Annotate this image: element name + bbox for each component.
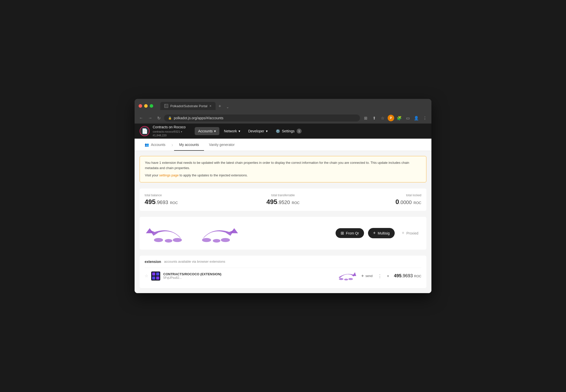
tab-my-accounts[interactable]: My accounts bbox=[174, 139, 204, 151]
browser-titlebar: ⬛ Polkadot/Substrate Portal × + ⌄ bbox=[135, 99, 431, 112]
browser-tabs: ⬛ Polkadot/Substrate Portal × + ⌄ bbox=[160, 102, 231, 110]
svg-point-4 bbox=[202, 238, 211, 242]
account-dropdown-button[interactable]: ▾ bbox=[387, 274, 389, 278]
total-locked-dec: .0000 bbox=[399, 200, 412, 205]
favorite-star-icon[interactable]: ☆ bbox=[145, 273, 148, 278]
svg-point-1 bbox=[165, 239, 172, 243]
multisig-button[interactable]: + Multisig bbox=[368, 228, 395, 238]
browser-tab-active[interactable]: ⬛ Polkadot/Substrate Portal × bbox=[160, 102, 216, 110]
close-window-button[interactable] bbox=[139, 104, 142, 108]
total-transferrable-label: total transferrable bbox=[238, 193, 327, 197]
translate-icon[interactable]: ⊞ bbox=[362, 114, 369, 122]
account-info: CONTRACTS/ROCOCO (EXTENSION) 5FqUPsu82..… bbox=[163, 272, 333, 280]
qr-icon: ⊞ bbox=[341, 231, 344, 236]
from-qr-button[interactable]: ⊞ From Qr bbox=[336, 228, 364, 238]
total-balance-int: 495 bbox=[145, 198, 155, 206]
multisig-label: Multisig bbox=[378, 231, 390, 235]
warning-banner: You have 1 extension that needs to be up… bbox=[140, 156, 426, 182]
proxied-button[interactable]: + Proxied bbox=[399, 228, 421, 238]
action-area: ⊞ From Qr + Multisig + Proxied bbox=[140, 217, 426, 250]
extension-label: extension bbox=[145, 260, 161, 264]
settings-page-link[interactable]: settings page bbox=[159, 173, 179, 177]
user-icon[interactable]: 👤 bbox=[413, 114, 420, 122]
svg-point-5 bbox=[213, 239, 220, 243]
settings-badge: 1 bbox=[297, 129, 302, 134]
nav-settings-label: Settings bbox=[282, 129, 295, 133]
extension-sublabel: accounts available via browser extension… bbox=[164, 260, 225, 263]
nav-settings[interactable]: ⚙️ Settings 1 bbox=[272, 127, 305, 136]
app-header: 📄 Contracts on Rococo contracts-rococo/9… bbox=[135, 124, 431, 139]
svg-rect-12 bbox=[156, 277, 159, 280]
browser-controls: ⬛ Polkadot/Substrate Portal × + ⌄ bbox=[139, 102, 427, 110]
more-options-button[interactable]: ⋮ bbox=[421, 114, 428, 122]
svg-rect-11 bbox=[152, 277, 155, 280]
chain-dropdown-icon[interactable]: ▾ bbox=[181, 130, 182, 133]
profile-icon[interactable]: P bbox=[388, 115, 394, 121]
tab-expand-button[interactable]: ⌄ bbox=[224, 104, 231, 110]
proxied-plus-icon: + bbox=[402, 230, 405, 236]
maximize-window-button[interactable] bbox=[150, 104, 153, 108]
nav-network-label: Network bbox=[224, 129, 237, 133]
forward-button[interactable]: → bbox=[147, 115, 154, 121]
total-locked-int: 0 bbox=[395, 198, 399, 206]
nav-developer-arrow: ▾ bbox=[266, 129, 268, 133]
svg-marker-3 bbox=[146, 228, 153, 233]
toolbar-icons: ⊞ ⬆ ☆ P 🧩 ▭ 👤 ⋮ bbox=[362, 114, 428, 122]
tab-vanity-generator[interactable]: Vanity generator bbox=[204, 139, 240, 151]
chain-logo-icon: 📄 bbox=[140, 126, 150, 136]
total-balance-dec: .9693 bbox=[155, 200, 168, 205]
tab-accounts[interactable]: 👥 Accounts bbox=[140, 139, 171, 151]
extensions-icon[interactable]: ▭ bbox=[404, 114, 411, 122]
tab-title: Polkadot/Substrate Portal bbox=[170, 104, 207, 108]
total-transferrable-amount: 495.9520 ROC bbox=[238, 198, 327, 206]
transfer-right-icon bbox=[194, 222, 239, 245]
svg-point-0 bbox=[154, 238, 163, 242]
table-row: ☆ CONTRACTS/ROCOCO (EXTENSION) 5FqUPsu82… bbox=[145, 268, 421, 284]
total-balance-label: total balance bbox=[145, 193, 233, 197]
send-button[interactable]: ✈ send bbox=[361, 274, 373, 278]
tab-favicon-icon: ⬛ bbox=[164, 104, 168, 108]
main-content: You have 1 extension that needs to be up… bbox=[135, 151, 431, 293]
new-tab-button[interactable]: + bbox=[217, 103, 223, 110]
more-options-account-button[interactable]: ⋮ bbox=[378, 273, 382, 279]
account-transfer-icon bbox=[336, 271, 356, 281]
account-avatar bbox=[151, 271, 160, 281]
header-nav: Accounts ▾ Network ▾ Developer ▾ ⚙️ Sett… bbox=[195, 127, 305, 136]
tab-close-button[interactable]: × bbox=[209, 104, 211, 108]
tab-accounts-label: Accounts bbox=[151, 143, 166, 147]
total-balance-currency: ROC bbox=[170, 201, 178, 205]
avatar-icon bbox=[151, 271, 160, 281]
nav-accounts[interactable]: Accounts ▾ bbox=[195, 127, 220, 135]
reload-button[interactable]: ↻ bbox=[156, 115, 162, 122]
warning-text-1: You have 1 extension that needs to be up… bbox=[145, 160, 421, 171]
nav-network-arrow: ▾ bbox=[238, 129, 240, 133]
extension-header: extension accounts available via browser… bbox=[145, 260, 421, 264]
browser-toolbar: ← → ↻ 🔒 polkadot.js.org/apps/#/accounts … bbox=[135, 112, 431, 124]
tab-vanity-label: Vanity generator bbox=[209, 143, 235, 147]
account-balance: 495.9693 ROC bbox=[394, 273, 421, 279]
total-locked-amount: 0.0000 ROC bbox=[333, 198, 421, 206]
balance-cards: total balance 495.9693 ROC total transfe… bbox=[140, 188, 426, 211]
app-container: 📄 Contracts on Rococo contracts-rococo/9… bbox=[135, 124, 431, 293]
nav-developer[interactable]: Developer ▾ bbox=[245, 127, 271, 135]
address-bar[interactable]: 🔒 polkadot.js.org/apps/#/accounts bbox=[164, 114, 360, 122]
svg-marker-7 bbox=[230, 228, 238, 233]
account-actions: ⊞ From Qr + Multisig + Proxied bbox=[336, 228, 421, 238]
total-balance-amount: 495.9693 ROC bbox=[145, 198, 233, 206]
chain-id: contracts-rococo/9321 ▾ bbox=[153, 130, 186, 134]
bookmark-icon[interactable]: ☆ bbox=[379, 114, 386, 122]
accounts-people-icon: 👥 bbox=[145, 143, 149, 147]
browser-window: ⬛ Polkadot/Substrate Portal × + ⌄ ← → ↻ … bbox=[135, 99, 431, 293]
address-text: polkadot.js.org/apps/#/accounts bbox=[174, 116, 223, 120]
nav-network[interactable]: Network ▾ bbox=[220, 127, 244, 135]
puzzle-icon[interactable]: 🧩 bbox=[396, 114, 403, 122]
share-icon[interactable]: ⬆ bbox=[371, 114, 378, 122]
total-locked-label: total locked bbox=[333, 193, 421, 197]
proxied-label: Proxied bbox=[407, 231, 418, 235]
svg-point-15 bbox=[348, 278, 353, 280]
back-button[interactable]: ← bbox=[138, 115, 145, 121]
nav-developer-label: Developer bbox=[248, 129, 264, 133]
minimize-window-button[interactable] bbox=[144, 104, 148, 108]
tab-my-accounts-label: My accounts bbox=[179, 143, 199, 147]
svg-point-6 bbox=[221, 238, 230, 242]
